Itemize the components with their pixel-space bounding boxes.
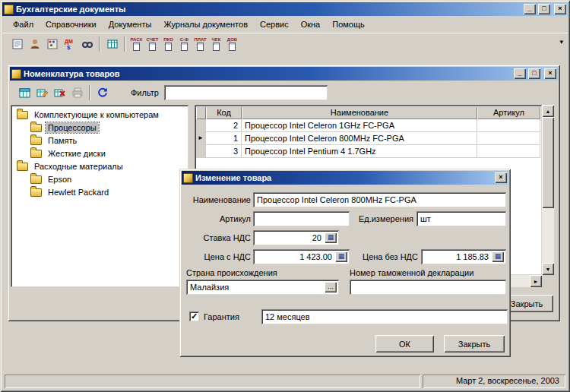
tree-item[interactable]: Память [12, 134, 187, 147]
scroll-down-icon[interactable]: ▼ [542, 263, 554, 275]
warranty-checkbox[interactable]: ✓ [189, 311, 199, 321]
column-header-code[interactable]: Код [206, 106, 242, 119]
folder-icon [30, 124, 42, 132]
menu-documents[interactable]: Документы [103, 17, 158, 31]
dialog-titlebar[interactable]: Изменение товара × [182, 171, 508, 185]
row-marker-1: ► [196, 132, 206, 145]
folder-icon [30, 137, 42, 145]
unit-input[interactable] [416, 211, 506, 226]
filter-input[interactable] [164, 85, 328, 100]
doc-type-button-dov[interactable]: ДОВ [224, 35, 240, 53]
table-view-icon[interactable] [16, 84, 33, 101]
toolbar-separator [99, 36, 100, 52]
svg-text:$: $ [67, 44, 71, 50]
ok-button[interactable]: ОК [375, 335, 434, 352]
status-date: Март 2, воскресенье, 2003 [423, 375, 565, 388]
catalog-close-icon[interactable]: × [544, 68, 556, 79]
unit-label: Ед.измерения [348, 211, 413, 226]
print-icon[interactable] [68, 84, 86, 101]
menu-help[interactable]: Помощь [326, 17, 371, 31]
catalog-title: Номенклатура товаров [24, 69, 511, 78]
main-menubar: Файл Справочники Документы Журналы докум… [2, 17, 568, 32]
price-without-vat-calculator-icon[interactable]: ▦ [492, 251, 504, 262]
menu-service[interactable]: Сервис [254, 17, 295, 31]
price-with-vat-calculator-icon[interactable]: ▦ [335, 251, 347, 262]
scroll-up-icon[interactable]: ▲ [542, 105, 554, 117]
catalog-toolbar: Фильтр [10, 83, 558, 103]
currency-icon[interactable]: ДМ$ [61, 36, 78, 52]
menu-references[interactable]: Справочники [40, 17, 103, 31]
country-picker-icon[interactable]: ... [325, 282, 337, 292]
menu-file[interactable]: Файл [7, 17, 40, 31]
folder-icon [30, 175, 42, 184]
tree-item[interactable]: Расходные материалы [12, 160, 187, 172]
column-header-article[interactable]: Артикул [477, 106, 540, 119]
catalog-titlebar[interactable]: Номенклатура товаров _ □ × [10, 67, 558, 81]
scroll-right-icon[interactable]: ► [530, 275, 542, 287]
cell-code: 3 [206, 145, 242, 158]
country-label: Страна происхождения [186, 267, 277, 279]
toolbar-separator [124, 36, 125, 52]
delete-record-icon[interactable] [51, 84, 68, 101]
main-minimize-icon[interactable]: _ [524, 4, 536, 14]
document-icon [229, 43, 236, 51]
customs-input[interactable] [350, 280, 506, 295]
main-window-title: Бухгалтерские документы [16, 5, 521, 14]
name-input[interactable] [253, 192, 506, 207]
dialog-title: Изменение товара [195, 173, 492, 182]
accounts-icon[interactable] [43, 36, 61, 52]
vat-rate-label: Ставка НДС [181, 230, 251, 245]
edit-record-icon[interactable] [33, 84, 51, 101]
main-titlebar[interactable]: Бухгалтерские документы _ □ × [2, 2, 568, 16]
doc-type-button-pko[interactable]: ПКО [160, 35, 176, 53]
main-close-icon[interactable]: × [554, 4, 566, 14]
table-icon[interactable] [103, 36, 121, 52]
statusbar: Март 2, воскресенье, 2003 [2, 373, 568, 390]
catalog-minimize-icon[interactable]: _ [514, 68, 526, 79]
tree-item-label: Жесткие диски [46, 148, 108, 159]
table-row[interactable]: 2 Процессор Intel Celeron 1GHz FC-PGA [196, 119, 540, 132]
article-label: Артикул [181, 211, 251, 226]
warranty-label: Гарантия [204, 309, 239, 324]
vat-rate-calculator-icon[interactable]: ▦ [325, 232, 337, 243]
tree-item-label: Hewlett Packard [46, 187, 111, 198]
grid-vertical-scrollbar[interactable]: ▲ ▼ [542, 105, 554, 275]
doc-type-button-sf[interactable]: С-Ф [176, 35, 192, 53]
table-row[interactable]: 3 Процессор Intel Pentium 4 1.7GHz [196, 145, 540, 158]
cell-name: Процессор Intel Pentium 4 1.7GHz [242, 145, 477, 158]
vertical-scroll-thumb[interactable] [542, 117, 554, 208]
doc-type-button-chek[interactable]: ЧЕК [208, 35, 224, 53]
cell-article [477, 119, 540, 132]
dialog-close-icon[interactable]: × [495, 172, 507, 183]
main-maximize-icon[interactable]: □ [538, 4, 550, 14]
toolbar-overflow-icon[interactable]: ▾ [559, 38, 563, 46]
tree-item[interactable]: Hewlett Packard [12, 185, 187, 198]
tree-item-label: Память [46, 135, 79, 146]
tree-item[interactable]: Epson [12, 172, 187, 185]
doc-type-button-schet[interactable]: СЧЕТ [144, 35, 160, 53]
tree-item[interactable]: Жесткие диски [12, 147, 187, 160]
menu-document-journals[interactable]: Журналы документов [157, 17, 254, 31]
filter-label: Фильтр [131, 85, 159, 100]
document-icon [181, 43, 188, 51]
dialog-close-button[interactable]: Закрыть [444, 335, 505, 352]
table-row[interactable]: ► 1 Процессор Intel Celeron 800MHz FC-PG… [196, 132, 540, 145]
journal-icon[interactable] [8, 36, 26, 52]
tree-item-label: Процессоры [46, 122, 99, 133]
folder-icon [30, 188, 42, 197]
contractors-icon[interactable] [26, 36, 43, 52]
article-input[interactable] [253, 211, 350, 226]
binoculars-icon[interactable] [78, 36, 96, 52]
name-label: Наименование [181, 192, 251, 207]
country-input[interactable] [186, 280, 339, 295]
catalog-maximize-icon[interactable]: □ [528, 68, 540, 79]
tree-item[interactable]: Процессоры [12, 121, 187, 134]
warranty-input[interactable] [261, 309, 508, 324]
refresh-icon[interactable] [93, 84, 111, 101]
tree-item[interactable]: Комплектующие к компьютерам [12, 108, 187, 121]
grid-header-row: Код Наименование Артикул [196, 106, 540, 119]
menu-windows[interactable]: Окна [295, 17, 327, 31]
doc-type-button-plat[interactable]: ПЛАТ [192, 35, 208, 53]
doc-type-button-rasx[interactable]: РАСХ [128, 35, 144, 53]
column-header-name[interactable]: Наименование [242, 106, 477, 119]
